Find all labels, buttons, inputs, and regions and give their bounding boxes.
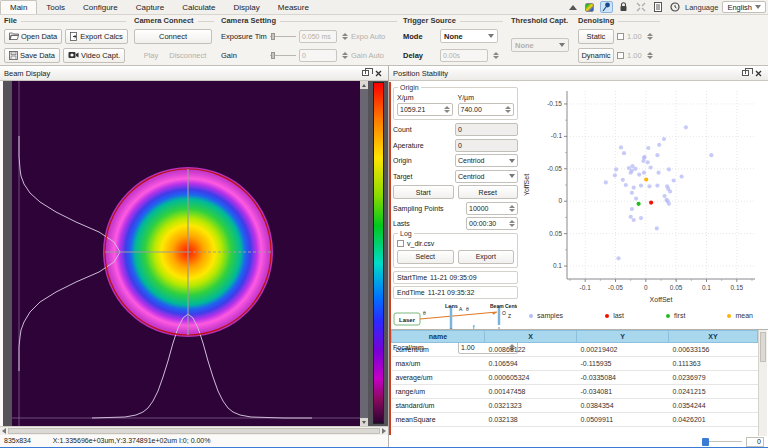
exposure-slider[interactable]: [270, 32, 296, 41]
table-row[interactable]: range/um0.00147458-0.0340810.0241215: [392, 385, 758, 399]
exposure-spinner[interactable]: [342, 33, 348, 40]
menu-item-display[interactable]: Display: [225, 1, 269, 14]
close-panel-button[interactable]: [373, 68, 384, 78]
scatter-point-samples: [604, 180, 608, 184]
report-icon[interactable]: [651, 1, 664, 13]
expo-auto-button[interactable]: Expo Auto: [351, 32, 385, 41]
clock-icon[interactable]: [668, 1, 681, 13]
log-file-checkbox[interactable]: [397, 240, 404, 247]
spin-down-icon[interactable]: [647, 37, 653, 40]
float-panel-button[interactable]: [740, 68, 751, 78]
dynamic-denoise-spinner[interactable]: [647, 52, 653, 59]
table-header-x[interactable]: X: [485, 331, 577, 343]
diagram-a-label: A: [459, 306, 463, 312]
exposure-slider-handle[interactable]: [271, 33, 275, 40]
slider-thumb[interactable]: [702, 438, 709, 446]
table-row[interactable]: current/um0.008681220.002194020.00633156: [392, 343, 758, 357]
table-horizontal-slider[interactable]: [702, 438, 742, 446]
gain-auto-button[interactable]: Gain Auto: [351, 51, 384, 60]
spin-up-icon[interactable]: [342, 52, 348, 55]
threshold-select[interactable]: None: [511, 38, 569, 52]
static-denoise-spinner[interactable]: [647, 33, 653, 40]
menu-item-measure[interactable]: Measure: [269, 1, 318, 14]
menu-item-calculate[interactable]: Calculate: [173, 1, 224, 14]
trigger-mode-select[interactable]: None: [440, 29, 498, 43]
lasts-spinner[interactable]: [509, 220, 515, 227]
legend-label: last: [613, 312, 624, 319]
scroll-thumb[interactable]: [760, 332, 766, 362]
table-header-xy[interactable]: XY: [669, 331, 758, 343]
export-calcs-button[interactable]: Export Calcs: [65, 29, 128, 44]
beam-horizontal-scrollbar[interactable]: [0, 426, 388, 435]
open-data-button[interactable]: Open Data: [4, 29, 62, 44]
play-button[interactable]: Play: [140, 51, 163, 60]
spin-down-icon[interactable]: [342, 56, 348, 59]
spin-up-icon[interactable]: [493, 52, 499, 55]
table-row[interactable]: standard/um0.03213230.03843540.0354244: [392, 399, 758, 413]
beam-vertical-scrollbar[interactable]: [360, 81, 368, 426]
close-panel-button[interactable]: [753, 68, 764, 78]
target-select[interactable]: Centriod: [455, 170, 518, 183]
lock-icon[interactable]: [617, 1, 630, 13]
spin-up-icon[interactable]: [647, 33, 653, 36]
triangle-up-icon: [569, 5, 577, 10]
table-row[interactable]: average/um0.000605324-0.03350840.0236979: [392, 371, 758, 385]
delay-spinner[interactable]: [493, 52, 499, 59]
spin-down-icon[interactable]: [342, 37, 348, 40]
stability-panel-titlebar[interactable]: Position Stability: [389, 66, 768, 81]
y-um-field[interactable]: 740.00: [458, 103, 514, 116]
static-denoise-checkbox[interactable]: [617, 33, 624, 40]
fit-window-icon[interactable]: [634, 1, 647, 13]
language-select[interactable]: English: [722, 1, 766, 13]
menu-item-configure[interactable]: Configure: [74, 1, 127, 14]
scroll-right-arrow[interactable]: [382, 428, 386, 434]
x-um-field[interactable]: 1059.21: [397, 103, 453, 116]
spin-up-icon[interactable]: [647, 52, 653, 55]
sampling-spinner[interactable]: [509, 205, 515, 212]
spin-down-icon[interactable]: [493, 56, 499, 59]
connect-button[interactable]: Connect: [134, 29, 212, 44]
scroll-left-arrow[interactable]: [2, 428, 6, 434]
exposure-value-field[interactable]: 0.050 ms: [299, 30, 337, 43]
legend-dot: [529, 314, 533, 318]
y-um-spinner[interactable]: [505, 106, 511, 113]
sampling-points-field[interactable]: 10000: [466, 202, 518, 215]
save-data-button[interactable]: Save Data: [4, 48, 60, 63]
colormap-icon[interactable]: [583, 1, 596, 13]
static-denoise-button[interactable]: Static: [578, 29, 614, 44]
gain-spinner[interactable]: [342, 52, 348, 59]
start-button[interactable]: Start: [393, 185, 454, 199]
spin-up-icon[interactable]: [342, 33, 348, 36]
spin-down-icon[interactable]: [647, 56, 653, 59]
reset-button[interactable]: Reset: [458, 185, 519, 199]
x-um-spinner[interactable]: [444, 106, 450, 113]
table-header-y[interactable]: Y: [577, 331, 669, 343]
beam-image[interactable]: [12, 81, 367, 426]
video-capture-button[interactable]: Video Capt.: [63, 48, 125, 63]
gain-slider[interactable]: [270, 51, 296, 60]
float-panel-button[interactable]: [360, 68, 371, 78]
delay-field[interactable]: 0.00s: [440, 49, 488, 62]
scroll-up-arrow[interactable]: [360, 81, 368, 89]
lasts-field[interactable]: 00:00:30: [466, 217, 518, 230]
origin-select[interactable]: Centriod: [455, 154, 518, 167]
table-vertical-scrollbar[interactable]: [758, 330, 767, 436]
dynamic-denoise-checkbox[interactable]: [617, 52, 624, 59]
scroll-thumb[interactable]: [8, 428, 380, 434]
table-header-name[interactable]: name: [392, 331, 485, 343]
table-row[interactable]: max/um0.106594-0.1159350.111363: [392, 357, 758, 371]
disconnect-button[interactable]: Disconnect: [165, 51, 210, 60]
menu-item-tools[interactable]: Tools: [37, 1, 74, 14]
table-row[interactable]: meanSquare0.0321380.05099110.0426201: [392, 413, 758, 427]
collapse-toolbar-icon[interactable]: [566, 1, 579, 13]
beam-panel-titlebar[interactable]: Beam Display: [0, 66, 388, 81]
export-button[interactable]: Export: [458, 250, 515, 264]
scroll-down-arrow[interactable]: [360, 418, 368, 426]
gain-value-field[interactable]: 0: [299, 49, 337, 62]
menu-item-main[interactable]: Main: [0, 0, 37, 14]
gain-slider-handle[interactable]: [271, 52, 275, 59]
dynamic-denoise-button[interactable]: Dynamic: [578, 48, 614, 63]
pin-icon[interactable]: [600, 1, 613, 13]
menu-item-capture[interactable]: Capture: [127, 1, 173, 14]
select-button[interactable]: Select: [397, 250, 454, 264]
